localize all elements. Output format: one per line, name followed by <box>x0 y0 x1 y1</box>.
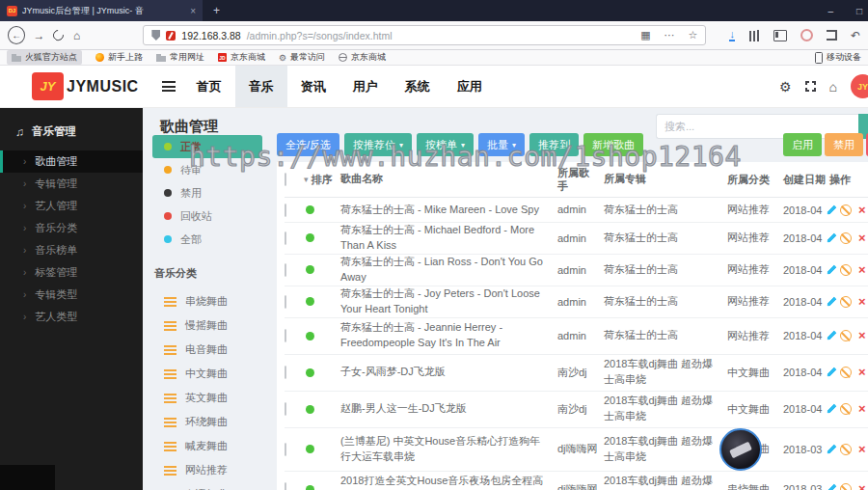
category-item[interactable]: 慢摇舞曲 <box>152 313 262 338</box>
app-logo[interactable]: JY <box>32 72 64 100</box>
nav-item-users[interactable]: 用户 <box>339 66 392 107</box>
filter-recycle-bin[interactable]: 回收站 <box>152 204 262 228</box>
bookmark-item[interactable]: 常用网址 <box>156 51 204 64</box>
row-checkbox[interactable] <box>285 482 286 490</box>
song-name[interactable]: 荷东猛士的士高 - Michael Bedford - More Than A … <box>340 223 557 254</box>
category-item[interactable]: 电音舞曲 <box>152 338 262 362</box>
new-tab-button[interactable]: + <box>213 4 220 17</box>
ban-icon[interactable] <box>840 296 852 308</box>
delete-icon[interactable]: × <box>858 484 866 490</box>
bookmark-item[interactable]: 京东商城 <box>339 51 386 64</box>
qr-grid-icon[interactable]: ▦ <box>640 29 650 41</box>
song-name[interactable]: 2018打造全英文House音乐夜场包房全程高潮气氛极品串烧 <box>340 474 557 490</box>
user-avatar[interactable]: JY <box>851 74 868 98</box>
row-checkbox[interactable] <box>285 263 286 277</box>
delete-icon[interactable]: × <box>858 297 866 307</box>
sidebar-item-tags[interactable]: › 标签管理 <box>0 261 143 284</box>
delete-icon[interactable]: × <box>858 368 866 377</box>
sidebar-item-artist-types[interactable]: › 艺人类型 <box>0 306 143 328</box>
category-item[interactable]: 串烧舞曲 <box>152 289 262 313</box>
bookmark-item[interactable]: 新手上路 <box>95 51 143 64</box>
category-item[interactable]: 粤语舞曲 <box>152 482 262 490</box>
delete-icon[interactable]: × <box>858 445 866 454</box>
browser-tab[interactable]: DJ JYmusic后台管理 | JYmusic- 音 × <box>0 0 203 21</box>
filter-normal[interactable]: 正常 <box>152 135 262 158</box>
song-name[interactable]: 荷东猛士的士高 - Lian Ross - Don't You Go Away <box>340 255 557 286</box>
bookmark-item[interactable]: JD 京东商城 <box>218 51 265 64</box>
ban-icon[interactable] <box>840 367 852 378</box>
url-bar[interactable]: 192.168.3.88 /admin.php?s=/songs/index.h… <box>143 25 706 45</box>
song-name[interactable]: 赵鹏-男人这一生-DJ飞龙版 <box>340 401 557 417</box>
forward-button[interactable]: → <box>33 29 44 42</box>
row-checkbox[interactable] <box>285 329 286 342</box>
filter-disabled[interactable]: 禁用 <box>152 181 262 204</box>
maximize-button[interactable]: □ <box>856 6 862 16</box>
nav-item-apps[interactable]: 应用 <box>444 66 496 107</box>
undo-icon[interactable]: ↶ <box>851 29 860 42</box>
screenshot-icon[interactable] <box>800 29 813 41</box>
category-item[interactable]: 中文舞曲 <box>152 362 262 386</box>
delete-icon[interactable]: × <box>858 205 866 215</box>
bookmark-item-mobile[interactable]: 移动设备 <box>815 51 861 64</box>
nav-item-home[interactable]: 首页 <box>183 66 235 107</box>
disable-button[interactable]: 禁用 <box>825 133 863 156</box>
filter-all[interactable]: 全部 <box>152 228 262 251</box>
category-item[interactable]: 网站推荐 <box>152 458 262 482</box>
row-checkbox[interactable] <box>285 204 286 217</box>
song-name[interactable]: 荷东猛士的士高 - Jeannie Herrey - Freedompeople… <box>340 320 557 351</box>
sidebar-item-charts[interactable]: › 音乐榜单 <box>0 239 143 261</box>
category-item[interactable]: 英文舞曲 <box>152 386 262 410</box>
by-chart-dropdown[interactable]: 按榜单▾ <box>417 133 474 156</box>
delete-icon[interactable]: × <box>858 331 866 340</box>
batch-dropdown[interactable]: 批量▾ <box>478 133 525 156</box>
ban-icon[interactable] <box>840 204 852 216</box>
ban-icon[interactable] <box>840 403 852 415</box>
fullscreen-icon[interactable] <box>805 81 816 92</box>
more-actions-icon[interactable]: ⋯ <box>665 29 675 41</box>
library-icon[interactable] <box>748 30 760 41</box>
sidebar-item-albums[interactable]: › 专辑管理 <box>0 173 143 195</box>
nav-item-system[interactable]: 系统 <box>392 66 444 107</box>
ban-icon[interactable] <box>840 232 852 244</box>
filter-pending[interactable]: 待审 <box>152 158 262 181</box>
sidebar-item-artists[interactable]: › 艺人管理 <box>0 195 143 217</box>
shield-icon[interactable] <box>151 30 160 41</box>
by-recommend-dropdown[interactable]: 按推荐位▾ <box>344 133 412 156</box>
sidebar-item-categories[interactable]: › 音乐分类 <box>0 217 143 239</box>
select-all-button[interactable]: 全选/反选 <box>277 133 339 156</box>
category-item[interactable]: 喊麦舞曲 <box>152 434 262 458</box>
nav-item-news[interactable]: 资讯 <box>287 66 339 107</box>
row-checkbox[interactable] <box>285 231 286 245</box>
ban-icon[interactable] <box>840 264 852 276</box>
minimize-button[interactable]: – <box>827 6 833 16</box>
song-name[interactable]: (兰博基尼) 中英文House音乐精心打造狗年行大运车载串烧 <box>340 434 557 465</box>
bookmark-item[interactable]: 火狐官方站点 <box>7 50 82 65</box>
downloads-icon[interactable]: ↓ <box>729 29 735 41</box>
tab-close-icon[interactable]: × <box>190 6 196 16</box>
song-name[interactable]: 荷东猛士的士高 - Joy Peters - Don't Loose Your … <box>340 286 557 317</box>
ban-icon[interactable] <box>840 444 852 455</box>
sidebar-item-songs[interactable]: › 歌曲管理 <box>0 150 143 173</box>
hamburger-menu-icon[interactable] <box>162 81 176 92</box>
settings-gear-icon[interactable]: ⚙ <box>779 79 792 95</box>
sidebar-item-album-types[interactable]: › 专辑类型 <box>0 284 143 306</box>
category-item[interactable]: 环绕舞曲 <box>152 410 262 434</box>
ban-icon[interactable] <box>840 330 852 341</box>
back-button[interactable]: ← <box>8 26 25 44</box>
recommend-to-button[interactable]: 推荐到 <box>529 133 579 156</box>
col-sort[interactable]: 排序 <box>312 173 333 187</box>
song-name[interactable]: 荷东猛士的士高 - Mike Mareen - Love Spy <box>340 203 557 218</box>
delete-icon[interactable]: × <box>858 265 866 275</box>
delete-icon[interactable]: × <box>858 233 866 243</box>
enable-button[interactable]: 启用 <box>783 133 822 156</box>
row-checkbox[interactable] <box>285 402 286 416</box>
bookmark-star-icon[interactable]: ☆ <box>689 29 698 41</box>
nav-item-music[interactable]: 音乐 <box>235 66 287 107</box>
add-song-button[interactable]: 新增歌曲 <box>583 133 643 156</box>
row-checkbox[interactable] <box>285 443 286 456</box>
crop-icon[interactable] <box>827 30 837 41</box>
row-checkbox[interactable] <box>285 366 286 379</box>
song-name[interactable]: 子女-风雨梦-DJ飞龙版 <box>340 365 557 380</box>
bookmark-item[interactable]: ⚙ 最常访问 <box>279 51 325 64</box>
home-icon[interactable]: ⌂ <box>829 79 837 95</box>
